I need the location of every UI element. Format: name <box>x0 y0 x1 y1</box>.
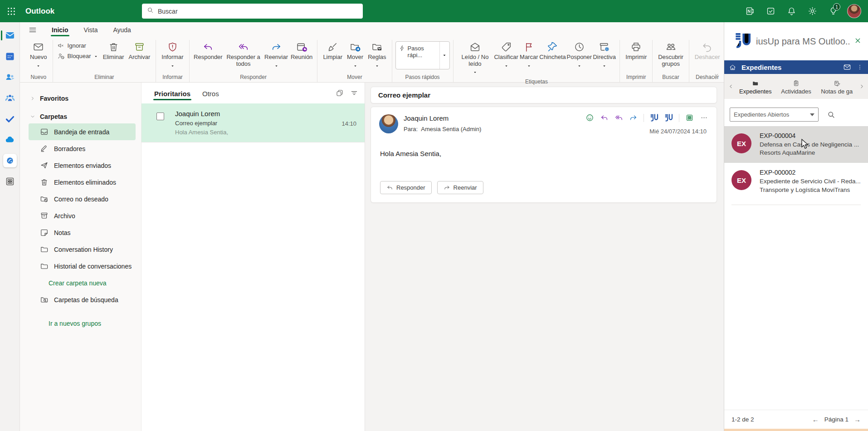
tabs-scroll-right[interactable] <box>857 83 866 89</box>
app-launcher-button[interactable] <box>0 0 23 22</box>
quick-steps-dropdown[interactable] <box>439 42 449 69</box>
home-icon[interactable] <box>729 64 736 71</box>
grid-badge-icon[interactable] <box>685 113 694 122</box>
rail-mail-button[interactable] <box>0 25 20 46</box>
addin-tab-actividades[interactable]: Actividades <box>776 78 817 95</box>
rail-more-apps-button[interactable] <box>0 171 20 192</box>
expediente-item[interactable]: EX EXP-000004 Defensa en Casos de Neglig… <box>724 126 868 163</box>
chevron-down-icon <box>36 62 40 70</box>
ribbon-group-responder: Responder Responder a todos Reenviar Reu… <box>190 40 318 82</box>
ribbon-button-descubrir-grupos[interactable]: Descubrir grupos <box>656 40 686 69</box>
ribbon-button-clasificar[interactable]: Clasificar <box>493 40 519 71</box>
smiley-icon[interactable] <box>585 113 594 122</box>
iusup-addin-icon-2[interactable] <box>664 113 673 122</box>
expediente-filter-select[interactable]: Expedientes Abiertos <box>730 108 819 122</box>
onenote-button[interactable] <box>739 0 760 22</box>
account-button[interactable] <box>844 0 864 22</box>
folder-carpetas-de-b-squeda[interactable]: Carpetas de búsqueda <box>29 291 136 308</box>
folder-conversation-history[interactable]: Conversation History <box>29 241 136 258</box>
folder-correo-no-deseado[interactable]: Correo no deseado <box>29 191 136 207</box>
ribbon-button-responder[interactable]: Responder <box>193 40 224 62</box>
close-icon[interactable] <box>854 37 862 46</box>
ribbon-button-ignorar[interactable]: Ignorar <box>57 42 98 49</box>
email-checkbox[interactable] <box>156 113 164 120</box>
mail-item-subject: Correo ejemplar <box>175 120 357 127</box>
folders-header[interactable]: Carpetas <box>20 110 141 123</box>
favorites-header[interactable]: Favoritos <box>20 92 141 105</box>
reply-icon[interactable] <box>600 113 609 122</box>
folder-notas[interactable]: Notas <box>29 224 136 241</box>
rail-onedrive-button[interactable] <box>0 129 20 150</box>
folder-elementos-eliminados[interactable]: Elementos eliminados <box>29 174 136 191</box>
folder-bandeja-de-entrada[interactable]: Bandeja de entrada <box>29 123 136 140</box>
addin-tab-notas-de-ga[interactable]: Notas de ga <box>816 78 857 95</box>
ribbon-button-chincheta[interactable]: Chincheta <box>539 40 566 62</box>
notifications-button[interactable] <box>781 0 802 22</box>
ribbon-group-etiquetas: Leído / No leído Clasificar Marcar Chinc… <box>454 40 620 82</box>
folder-crear-carpeta-nueva[interactable]: Crear carpeta nueva <box>29 274 136 291</box>
ribbon-button-marcar[interactable]: Marcar <box>519 40 539 71</box>
addin-tab-expedientes[interactable]: Expedientes <box>735 78 776 95</box>
folder-elementos-enviados[interactable]: Elementos enviados <box>29 157 136 174</box>
folder-archivo[interactable]: Archivo <box>29 207 136 224</box>
todo-button[interactable] <box>760 0 781 22</box>
folder-historial-de-conversaciones[interactable]: Historial de conversaciones <box>29 258 136 274</box>
ribbon-button-limpiar[interactable]: Limpiar <box>321 40 345 62</box>
ribbon-button-le-do-no-le-do[interactable]: Leído / No leído <box>457 40 494 78</box>
maillist-tab-otros[interactable]: Otros <box>201 85 220 101</box>
ribbon-button-reglas[interactable]: Reglas <box>366 40 388 71</box>
ribbon-button-responder-a-todos[interactable]: Responder a todos <box>224 40 263 69</box>
ribbon-button-reuni-n[interactable]: Reunión <box>289 40 314 62</box>
folder-borradores[interactable]: Borradores <box>29 140 136 157</box>
mail-list-item[interactable]: Joaquin Lorem Correo ejemplar Hola Amesi… <box>141 103 365 142</box>
rail-people-button[interactable] <box>0 67 20 88</box>
iusup-addin-icon[interactable] <box>650 113 658 122</box>
prev-page-icon[interactable]: ← <box>812 416 819 423</box>
expediente-search-icon[interactable] <box>827 110 836 119</box>
ribbon-tab-vista[interactable]: Vista <box>83 24 99 36</box>
mail-link-icon[interactable] <box>843 63 851 71</box>
ribbon-button-bloquear[interactable]: Bloquear <box>57 52 98 60</box>
ribbon-button-posponer[interactable]: Posponer <box>566 40 593 71</box>
note-icon <box>40 228 49 237</box>
conversation-view-icon[interactable] <box>336 89 344 97</box>
search-input[interactable]: Buscar <box>142 4 363 19</box>
tips-button[interactable]: 1 <box>823 0 844 22</box>
folder-label: Elementos eliminados <box>54 179 116 186</box>
settings-button[interactable] <box>802 0 823 22</box>
shield-alert-icon <box>167 41 178 53</box>
ribbon-button-reenviar[interactable]: Reenviar <box>263 40 289 71</box>
rail-groups-button[interactable] <box>0 88 20 108</box>
ribbon-button-imprimir[interactable]: Imprimir <box>623 40 649 62</box>
rail-addin-app-button[interactable] <box>0 150 20 171</box>
reply-button[interactable]: Responder <box>380 181 432 194</box>
quick-steps-box[interactable]: Pasos rápi... <box>395 41 450 69</box>
tabs-scroll-left[interactable] <box>726 83 735 89</box>
ribbon-button-eliminar[interactable]: Eliminar <box>101 40 127 62</box>
reading-pane: Correo ejemplar Joaquin Lorem Para: Ames… <box>365 83 724 431</box>
ribbon-tab-ayuda[interactable]: Ayuda <box>112 24 132 36</box>
collapse-ribbon-button[interactable] <box>714 71 719 79</box>
ribbon-tab-inicio[interactable]: Inicio <box>51 24 69 36</box>
hamburger-menu-button[interactable] <box>24 24 41 36</box>
rail-calendar-button[interactable] <box>0 46 20 67</box>
forward-button[interactable]: Reenviar <box>437 181 483 194</box>
go-to-groups-link[interactable]: Ir a nuevos grupos <box>49 320 141 327</box>
chevron-down-icon <box>171 62 175 70</box>
rail-todo-button[interactable] <box>0 108 20 129</box>
ribbon-button-directiva[interactable]: Directiva <box>592 40 616 71</box>
chevron-down-icon <box>527 62 531 70</box>
ribbon-button-archivar[interactable]: Archivar <box>127 40 153 62</box>
ribbon-button-mover[interactable]: Mover <box>345 40 366 71</box>
kebab-icon[interactable] <box>856 64 863 71</box>
forward-icon[interactable] <box>629 113 638 122</box>
ribbon-button-informar[interactable]: Informar <box>159 40 185 71</box>
reply-all-icon[interactable] <box>614 113 623 122</box>
ribbon-button-nuevo[interactable]: Nuevo <box>28 40 49 71</box>
filter-icon[interactable] <box>350 89 358 97</box>
hamburger-icon <box>28 25 37 34</box>
maillist-tab-prioritarios[interactable]: Prioritarios <box>153 85 191 101</box>
next-page-icon[interactable]: → <box>854 416 861 423</box>
expediente-item[interactable]: EX EXP-000002 Expediente de Servicio Civ… <box>724 163 868 200</box>
more-actions-icon[interactable] <box>700 113 708 122</box>
